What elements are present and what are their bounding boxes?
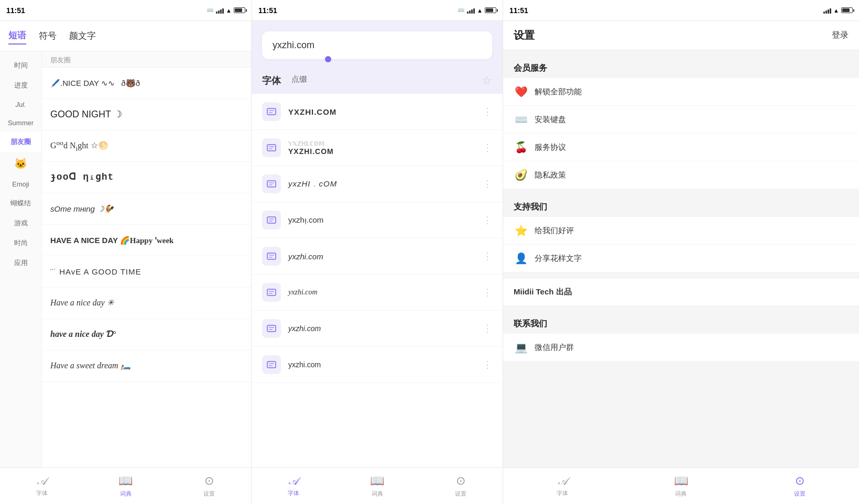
settings-item-terms[interactable]: 🍒 服务协议 — [503, 134, 859, 161]
sidebar-item-app[interactable]: 应用 — [0, 253, 41, 273]
font-more-1[interactable]: ⋮ — [483, 142, 492, 154]
font-tab-decoration[interactable]: 点缀 — [291, 74, 307, 87]
font-item-icon-4 — [262, 247, 281, 266]
phrase-text-5: HAVE A NICE DAY 🌈Happy ꞌweek — [50, 235, 173, 246]
sidebar-item-pengyouquan[interactable]: 朋友圈 — [0, 132, 41, 152]
font-item-6[interactable]: yxzhi.com ⋮ — [252, 311, 503, 347]
font-item-icon-3 — [262, 211, 281, 229]
sidebar-item-game[interactable]: 游戏 — [0, 213, 41, 233]
phrase-item-4[interactable]: ѕOmе тнιng ☽🐓 — [42, 193, 251, 225]
sidebar-item-time[interactable]: 时间 — [0, 56, 41, 75]
font-item-3[interactable]: yxzhı̣.com ⋮ — [252, 202, 503, 238]
font-more-5[interactable]: ⋮ — [483, 287, 492, 298]
sidebar-item-jul[interactable]: Jul. — [0, 95, 41, 114]
font-more-4[interactable]: ⋮ — [483, 250, 492, 262]
sidebar-item-cat[interactable]: 🐱 — [0, 152, 41, 175]
nav-dict-1[interactable]: 📖 词典 — [84, 474, 168, 498]
font-item-text-6: yxzhi.com — [288, 324, 483, 333]
nav-font-label-3: 字体 — [557, 489, 568, 497]
phrase-item-8[interactable]: have a nice day Ɗ° — [42, 319, 251, 350]
dict-icon-2: 📖 — [370, 474, 384, 488]
font-item-icon-1 — [262, 138, 281, 157]
sidebar-item-fashion[interactable]: 时尚 — [0, 233, 41, 253]
privacy-icon: 🥑 — [514, 169, 528, 181]
phrase-item-2[interactable]: Good Night ☆🌕 — [42, 130, 251, 162]
tab-kaomoji[interactable]: 颜文字 — [69, 28, 96, 44]
font-item-text-0: YXZHI.COM — [288, 107, 483, 116]
font-item-0[interactable]: YXZHI.COM ⋮ — [252, 94, 503, 130]
phrase-item-3[interactable]: ɟooᗡ ηᵢɡht — [42, 162, 251, 193]
phrase-item-9[interactable]: Have a sweet dream 🛏️ — [42, 350, 251, 382]
font-item-text-4: yxzhi.com — [288, 252, 483, 261]
settings-section-contact: 联系我们 💻 微信用户群 — [503, 312, 859, 361]
settings-item-wechat[interactable]: 💻 微信用户群 — [503, 334, 859, 361]
svg-rect-6 — [267, 181, 276, 187]
sidebar-item-progress[interactable]: 进度 — [0, 75, 41, 95]
phrases-bottom-nav: 𝒜 字体 📖 词典 ⊙ 设置 — [0, 467, 251, 504]
font-tab-fonts[interactable]: 字体 — [262, 74, 281, 87]
settings-item-privacy[interactable]: 🥑 隐私政策 — [503, 161, 859, 189]
settings-brand-block: Miidii Tech 出品 — [503, 279, 859, 306]
section-title-contact: 联系我们 — [503, 312, 859, 334]
phrases-list: 朋友圈 🖊️.NICE DAY ∿∿ ð🐻ð GOOD NIGHT ☽ Good… — [42, 51, 251, 467]
font-bottom-nav: 𝒜 字体 📖 词典 ⊙ 设置 — [252, 467, 503, 504]
tab-symbols[interactable]: 符号 — [39, 28, 57, 44]
font-more-6[interactable]: ⋮ — [483, 323, 492, 334]
review-icon: ⭐ — [514, 224, 528, 237]
wechat-label: 微信用户群 — [535, 343, 849, 353]
font-more-0[interactable]: ⋮ — [483, 106, 492, 117]
phrase-text-4: ѕOmе тнιng ☽🐓 — [50, 203, 114, 214]
status-bar-2: 11:51 ⌨️ ▲ — [252, 0, 503, 21]
share-icon: 👤 — [514, 252, 528, 265]
font-input-box[interactable]: yxzhi.com — [262, 31, 492, 59]
settings-icon-1: ⊙ — [204, 474, 214, 488]
nav-dict-2[interactable]: 📖 词典 — [335, 474, 419, 498]
font-more-2[interactable]: ⋮ — [483, 178, 492, 190]
nav-settings-1[interactable]: ⊙ 设置 — [167, 474, 251, 498]
nav-font-3[interactable]: 𝒜 字体 — [503, 475, 622, 497]
settings-item-review[interactable]: ⭐ 给我们好评 — [503, 217, 859, 245]
svg-rect-15 — [267, 289, 276, 295]
settings-login[interactable]: 登录 — [832, 30, 849, 41]
font-item-text-5: yxzhi.com — [288, 288, 483, 297]
font-item-icon-2 — [262, 174, 281, 193]
time-2: 11:51 — [258, 6, 277, 15]
time-1: 11:51 — [6, 6, 25, 15]
phrase-item-0[interactable]: 🖊️.NICE DAY ∿∿ ð🐻ð — [42, 68, 251, 99]
time-3: 11:51 — [509, 6, 528, 15]
settings-item-unlock[interactable]: ❤️ 解锁全部功能 — [503, 78, 859, 106]
status-bar-1: 11:51 ⌨️ ▲ — [0, 0, 252, 21]
tab-phrases[interactable]: 短语 — [8, 27, 26, 45]
font-icon-1: 𝒜 — [37, 475, 46, 487]
nav-settings-2[interactable]: ⊙ 设置 — [419, 474, 503, 498]
svg-rect-21 — [267, 361, 276, 368]
phrase-item-1[interactable]: GOOD NIGHT ☽ — [42, 99, 251, 130]
nav-font-2[interactable]: 𝒜 字体 — [252, 475, 335, 497]
settings-body: 会员服务 ❤️ 解锁全部功能 ⌨️ 安装键盘 🍒 服务协议 🥑 隐私政策 — [503, 50, 859, 467]
font-more-7[interactable]: ⋮ — [483, 359, 492, 370]
sidebar-item-summer[interactable]: Summer — [0, 114, 41, 132]
settings-item-keyboard[interactable]: ⌨️ 安装键盘 — [503, 106, 859, 134]
font-item-4[interactable]: yxzhi.com ⋮ — [252, 238, 503, 275]
font-item-5[interactable]: yxzhi.com ⋮ — [252, 275, 503, 311]
nav-font-1[interactable]: 𝒜 字体 — [0, 475, 84, 497]
nav-settings-label-1: 设置 — [203, 490, 215, 498]
panel-phrases: 短语 符号 颜文字 时间 进度 Jul. Summer 朋友圈 🐱 Emoji … — [0, 21, 252, 504]
font-item-7[interactable]: yxzhi.com ⋮ — [252, 347, 503, 383]
star-button[interactable]: ☆ — [482, 74, 492, 87]
phrase-item-5[interactable]: HAVE A NICE DAY 🌈Happy ꞌweek — [42, 225, 251, 256]
font-more-3[interactable]: ⋮ — [483, 214, 492, 226]
font-item-1[interactable]: 𝕐𝕏ℤℍ𝕀.ℂ𝕆𝕄 YXZHI.COM ⋮ — [252, 130, 503, 166]
panel-font: yxzhi.com 字体 点缀 ☆ YXZHI.COM ⋮ — [252, 21, 503, 504]
font-item-2[interactable]: yxzHI﹒cOM ⋮ — [252, 166, 503, 202]
nav-settings-3[interactable]: ⊙ 设置 — [741, 474, 859, 498]
sidebar-item-bowknot[interactable]: 蝴蝶结 — [0, 193, 41, 213]
phrase-item-6[interactable]: ¨˙ HAvE A GOOD TIME — [42, 256, 251, 288]
nav-dict-3[interactable]: 📖 词典 — [622, 474, 740, 498]
sidebar-item-emoji[interactable]: Emoji — [0, 175, 41, 193]
phrase-text-1: GOOD NIGHT ☽ — [50, 108, 122, 121]
phrase-item-7[interactable]: Have a nice day ✳ — [42, 288, 251, 319]
font-icon-3: 𝒜 — [558, 475, 567, 487]
share-label: 分享花样文字 — [535, 254, 849, 264]
settings-item-share[interactable]: 👤 分享花样文字 — [503, 245, 859, 272]
